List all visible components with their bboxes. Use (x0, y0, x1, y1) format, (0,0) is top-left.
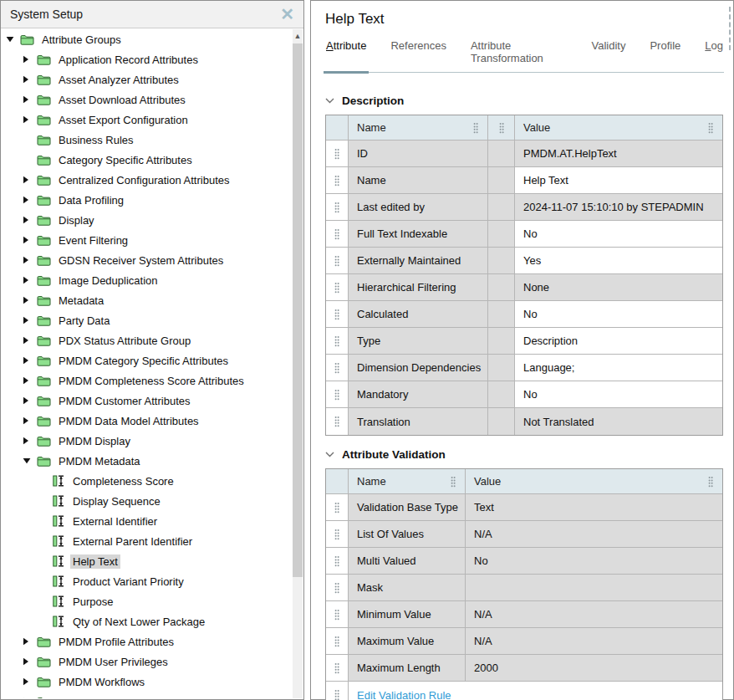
tree-item[interactable]: Asset Download Attributes (1, 89, 292, 110)
tree-item[interactable]: Application Record Attributes (1, 49, 292, 69)
expand-arrow-icon[interactable] (23, 75, 29, 84)
row-drag-handle-icon[interactable] (334, 554, 340, 568)
tree-item[interactable]: Display (1, 210, 292, 230)
tab-references[interactable]: References (390, 39, 446, 72)
row-drag-handle-icon[interactable] (334, 308, 340, 321)
row-handle-cell[interactable] (326, 301, 349, 328)
tab-profile[interactable]: Profile (649, 39, 681, 72)
column-menu-icon[interactable] (707, 121, 714, 135)
value-column-header[interactable]: Value (466, 469, 722, 494)
tree-item[interactable]: PMDM Category Specific Attributes (1, 350, 292, 370)
expand-arrow-icon[interactable] (23, 236, 29, 244)
column-menu-icon[interactable] (450, 475, 456, 488)
tree-item[interactable]: PMDM Metadata (1, 451, 292, 471)
tree-item[interactable]: PMDM Customer Attributes (1, 391, 292, 411)
row-handle-cell[interactable] (326, 221, 349, 248)
row-drag-handle-icon[interactable] (334, 662, 340, 675)
tree-scrollbar[interactable]: ▲ (293, 29, 303, 698)
row-drag-handle-icon[interactable] (334, 635, 340, 648)
value-column-header[interactable]: Value (515, 115, 722, 141)
row-drag-handle-icon[interactable] (334, 688, 340, 700)
row-drag-handle-icon[interactable] (334, 201, 340, 214)
row-handle-cell[interactable] (326, 408, 349, 435)
tree-item[interactable]: PMDM User Privileges (1, 651, 292, 672)
property-value-cell[interactable]: No (515, 301, 722, 328)
row-drag-handle-icon[interactable] (334, 227, 340, 241)
tree-item[interactable]: Party Data (1, 310, 292, 330)
tree-item[interactable]: Product Variant Priority (1, 571, 292, 591)
row-handle-cell[interactable] (326, 628, 349, 655)
expand-arrow-icon[interactable] (23, 437, 29, 445)
property-value-cell[interactable]: Description (515, 328, 722, 355)
tree-item[interactable]: Source Systems (1, 692, 292, 698)
tab-attribute-transformation[interactable]: Attribute Transformation (470, 39, 568, 72)
tree-item[interactable]: Category Specific Attributes (1, 150, 292, 170)
row-handle-cell[interactable] (326, 655, 349, 682)
dimension-column-header[interactable] (488, 115, 515, 141)
expand-arrow-icon[interactable] (23, 176, 29, 184)
row-handle-cell[interactable] (326, 494, 349, 521)
tree-item[interactable]: External Identifier (1, 511, 292, 531)
section-collapse-icon[interactable] (325, 98, 334, 104)
tree-item[interactable]: PMDM Data Model Attributes (1, 411, 292, 431)
row-drag-handle-icon[interactable] (334, 581, 340, 595)
expand-arrow-icon[interactable] (23, 697, 29, 698)
name-column-header[interactable]: Name (349, 115, 488, 141)
tree-item[interactable]: Data Profiling (1, 190, 292, 210)
expand-arrow-icon[interactable] (23, 316, 29, 324)
property-value-cell[interactable]: No (515, 381, 722, 408)
row-handle-cell[interactable] (326, 548, 349, 575)
tree-item[interactable]: Help Text (1, 551, 292, 571)
expand-arrow-icon[interactable] (23, 677, 29, 686)
expand-arrow-icon[interactable] (23, 657, 29, 666)
row-drag-handle-icon[interactable] (334, 415, 340, 428)
tree-item[interactable]: Completeness Score (1, 471, 292, 491)
edit-validation-rule-link[interactable]: Edit Validation Rule (357, 689, 451, 700)
expand-arrow-icon[interactable] (23, 396, 29, 405)
scrollbar-thumb[interactable] (293, 43, 303, 577)
tree-item[interactable]: External Parent Identifier (1, 531, 292, 551)
tree-item[interactable]: Qty of Next Lower Package (1, 611, 292, 631)
row-drag-handle-icon[interactable] (334, 147, 340, 161)
tree-item[interactable]: PMDM Completeness Score Attributes (1, 370, 292, 391)
row-handle-cell[interactable] (326, 682, 349, 700)
tree-item[interactable]: Centralized Configuration Attributes (1, 170, 292, 190)
expand-arrow-icon[interactable] (23, 256, 29, 264)
column-menu-icon[interactable] (498, 121, 505, 135)
expand-arrow-icon[interactable] (23, 196, 29, 204)
expand-arrow-icon[interactable] (23, 95, 29, 104)
row-handle-cell[interactable] (326, 167, 349, 194)
tree-item[interactable]: GDSN Receiver System Attributes (1, 250, 292, 270)
tree-item[interactable]: PMDM Display (1, 431, 292, 451)
expand-arrow-icon[interactable] (23, 336, 29, 345)
row-handle-cell[interactable] (326, 521, 349, 548)
row-drag-handle-icon[interactable] (334, 281, 340, 294)
row-handle-cell[interactable] (326, 601, 349, 628)
column-menu-icon[interactable] (472, 121, 479, 135)
row-handle-cell[interactable] (326, 328, 349, 355)
close-icon[interactable]: ✕ (280, 6, 294, 23)
tab-attribute[interactable]: Attribute (325, 39, 367, 72)
row-drag-handle-icon[interactable] (334, 388, 340, 401)
tree-item[interactable]: Purpose (1, 591, 292, 611)
row-drag-handle-icon[interactable] (334, 361, 340, 375)
row-handle-cell[interactable] (326, 274, 349, 301)
expand-arrow-icon[interactable] (23, 276, 29, 284)
property-value-cell[interactable]: Yes (515, 248, 722, 274)
tree-item[interactable]: Event Filtering (1, 230, 292, 250)
row-handle-cell[interactable] (326, 381, 349, 408)
row-handle-cell[interactable] (326, 194, 349, 221)
tree-item[interactable]: Metadata (1, 290, 292, 310)
tree-item[interactable]: Image Deduplication (1, 270, 292, 290)
row-drag-handle-icon[interactable] (334, 528, 340, 541)
property-value-cell[interactable]: No (515, 221, 722, 248)
tree-item[interactable]: Attribute Groups (1, 29, 292, 49)
expand-arrow-icon[interactable] (23, 55, 29, 64)
tree-item[interactable]: Business Rules (1, 130, 292, 150)
property-value-cell[interactable]: Language; (515, 355, 722, 381)
tree-item[interactable]: Asset Analyzer Attributes (1, 69, 292, 89)
row-drag-handle-icon[interactable] (334, 335, 340, 348)
tree-item[interactable]: Asset Export Configuration (1, 110, 292, 130)
row-drag-handle-icon[interactable] (334, 501, 340, 514)
collapse-arrow-icon[interactable] (23, 457, 31, 464)
